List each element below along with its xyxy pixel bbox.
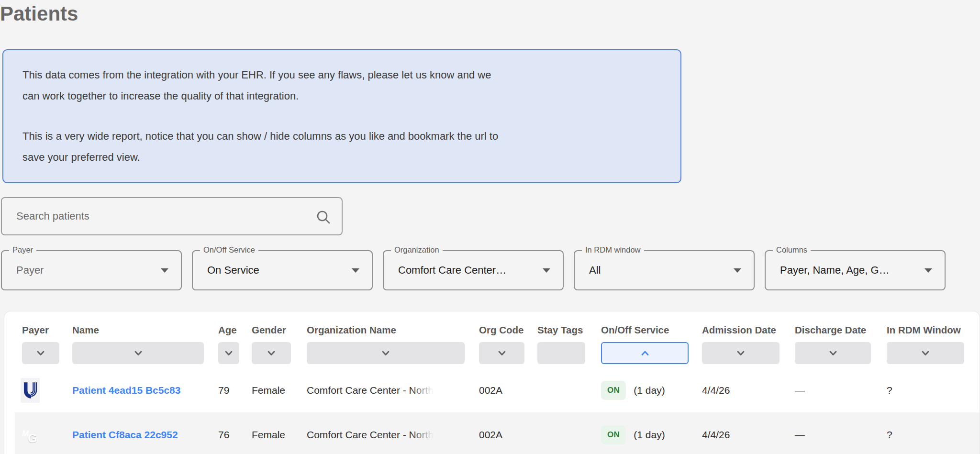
cell-name: Patient Cf8aca 22c952 — [72, 429, 218, 441]
chevron-up-icon — [639, 347, 651, 359]
column-filter-payer[interactable] — [22, 342, 59, 364]
on-service-badge: ON — [601, 425, 626, 444]
column-header-gender: Gender — [252, 324, 307, 336]
filter-select-organization[interactable]: Organization Comfort Care Center… — [383, 250, 564, 290]
search-icon — [316, 210, 331, 225]
service-duration: (1 day) — [634, 429, 665, 441]
column-header-discharge_date: Discharge Date — [795, 324, 887, 336]
column-filter-gender[interactable] — [252, 342, 291, 364]
cell-discharge-date: — — [795, 385, 887, 396]
cell-org-code: 002A — [479, 385, 537, 396]
cell-admission-date: 4/4/26 — [702, 385, 795, 396]
cell-on-off-service: ON (1 day) — [601, 425, 702, 444]
column-header-payer: Payer — [22, 324, 72, 336]
column-filter-in_rdm_window[interactable] — [887, 342, 964, 364]
column-header-stay_tags: Stay Tags — [537, 324, 601, 336]
info-banner: This data comes from the integration wit… — [2, 49, 681, 183]
chevron-down-icon — [223, 347, 235, 359]
column-filter-stay_tags[interactable] — [537, 342, 585, 364]
dropdown-arrow-icon — [543, 268, 550, 273]
cell-gender: Female — [252, 429, 307, 441]
service-duration: (1 day) — [634, 385, 665, 396]
column-header-age: Age — [218, 324, 252, 336]
search-box — [1, 197, 343, 235]
patient-link[interactable]: Patient 4ead15 Bc5c83 — [72, 385, 180, 396]
chevron-down-icon — [919, 347, 932, 359]
column-filter-on_off_service[interactable] — [601, 342, 689, 364]
cell-in-rdm-window: ? — [887, 429, 980, 441]
column-filter-org_code[interactable] — [479, 342, 524, 364]
cell-organization-name: Comfort Care Center - North — [307, 384, 479, 396]
table-header-row: Payer Name Age Gender Organization Name … — [15, 324, 980, 336]
cell-org-code: 002A — [479, 429, 537, 441]
cell-on-off-service: ON (1 day) — [601, 381, 702, 400]
column-filter-age[interactable] — [218, 342, 239, 364]
cell-organization-name: Comfort Care Center - North — [307, 429, 479, 441]
dropdown-arrow-icon — [161, 268, 168, 273]
filter-select-columns[interactable]: Columns Payer, Name, Age, G… — [765, 250, 946, 290]
filter-label: In RDM window — [582, 245, 644, 255]
column-header-name: Name — [72, 324, 218, 336]
cell-name: Patient 4ead15 Bc5c83 — [72, 385, 218, 396]
column-header-organization_name: Organization Name — [307, 324, 479, 336]
chevron-down-icon — [265, 347, 278, 359]
table-row: Patient 4ead15 Bc5c83 79 Female Comfort … — [15, 368, 980, 412]
column-filter-organization_name[interactable] — [307, 342, 465, 364]
banner-paragraph-1: This data comes from the integration wit… — [22, 65, 511, 107]
search-input[interactable] — [2, 198, 342, 234]
patients-page: Patients This data comes from the integr… — [0, 0, 980, 454]
dropdown-arrow-icon — [924, 268, 932, 273]
banner-paragraph-2: This is a very wide report, notice that … — [22, 126, 511, 168]
filter-value: All — [589, 264, 601, 277]
column-header-in_rdm_window: In RDM Window — [887, 324, 980, 336]
cell-gender: Female — [252, 385, 307, 396]
chevron-down-icon — [496, 347, 508, 359]
column-filter-admission_date[interactable] — [702, 342, 780, 364]
chevron-down-icon — [132, 347, 145, 359]
filter-label: On/Off Service — [200, 245, 258, 255]
patients-table-card: Payer Name Age Gender Organization Name … — [4, 311, 980, 454]
cell-payer — [22, 378, 72, 403]
page-title: Patients — [0, 0, 78, 28]
filter-value: Payer — [16, 264, 44, 277]
patient-link[interactable]: Patient Cf8aca 22c952 — [72, 429, 178, 440]
dropdown-arrow-icon — [352, 268, 359, 273]
filter-select-payer[interactable]: Payer Payer — [1, 250, 182, 290]
cell-in-rdm-window: ? — [887, 385, 980, 396]
on-service-badge: ON — [601, 381, 626, 400]
filter-select-on-off-service[interactable]: On/Off Service On Service — [192, 250, 373, 290]
column-filter-name[interactable] — [72, 342, 204, 364]
chevron-down-icon — [735, 347, 747, 359]
column-filter-discharge_date[interactable] — [795, 342, 871, 364]
table-body: Patient 4ead15 Bc5c83 79 Female Comfort … — [15, 368, 980, 454]
dropdown-arrow-icon — [734, 268, 741, 273]
chevron-down-icon — [827, 347, 839, 359]
column-header-on_off_service: On/Off Service — [601, 324, 702, 336]
filters-row: Payer Payer On/Off Service On Service Or… — [1, 250, 946, 290]
filter-select-in-rdm-window[interactable]: In RDM window All — [574, 250, 755, 290]
filter-label: Payer — [9, 245, 36, 255]
filter-label: Organization — [391, 245, 443, 255]
filter-value: Payer, Name, Age, G… — [780, 264, 890, 277]
column-header-org_code: Org Code — [479, 324, 537, 336]
cell-payer: M G — [22, 429, 72, 441]
cell-discharge-date: — — [795, 429, 887, 441]
chevron-down-icon — [379, 347, 392, 359]
unitedhealthcare-logo — [21, 378, 40, 403]
cell-age: 79 — [218, 385, 252, 396]
filter-value: Comfort Care Center… — [398, 264, 506, 277]
cell-admission-date: 4/4/26 — [702, 429, 795, 441]
filter-value: On Service — [207, 264, 259, 277]
filter-label: Columns — [773, 245, 811, 255]
table-filter-row — [15, 342, 980, 364]
table-row: M G Patient Cf8aca 22c952 76 Female Comf… — [15, 412, 980, 454]
column-header-admission_date: Admission Date — [702, 324, 795, 336]
chevron-down-icon — [34, 347, 47, 359]
cell-age: 76 — [218, 429, 252, 441]
